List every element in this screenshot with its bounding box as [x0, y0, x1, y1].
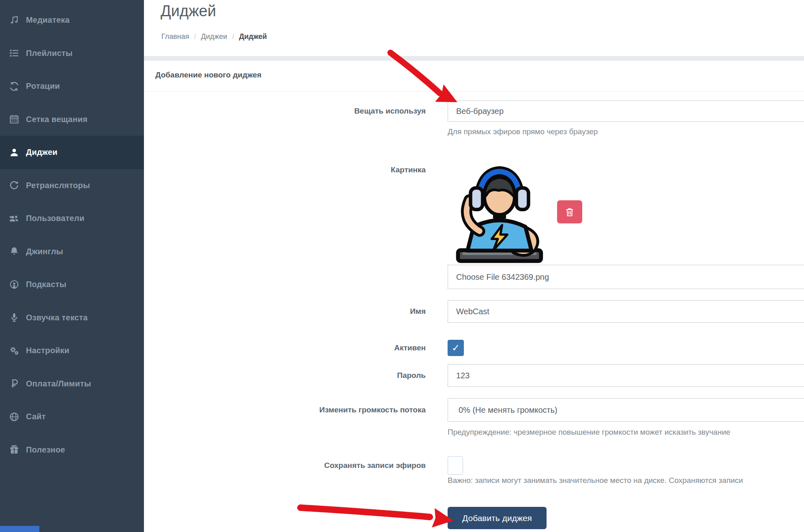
- sidebar-item-label: Сайт: [26, 412, 46, 421]
- sidebar-item-settings[interactable]: Настройки: [0, 334, 144, 367]
- card-title: Добавление нового диджея: [155, 71, 262, 79]
- page-background-strip: [144, 56, 804, 61]
- relay-icon: [9, 180, 19, 191]
- microphone-icon: [9, 312, 19, 323]
- sidebar-item-users[interactable]: Пользователи: [0, 202, 144, 235]
- broadcast-using-select[interactable]: Веб-браузер: [448, 101, 804, 122]
- breadcrumb-current: Диджей: [239, 32, 267, 41]
- volume-help: Предупреждение: чрезмерное повышение гро…: [448, 427, 804, 437]
- password-label: Пароль: [243, 364, 426, 387]
- podcast-icon: [9, 279, 19, 290]
- picture-file-input[interactable]: Choose File 6342369.png: [448, 265, 804, 289]
- password-value: 123: [456, 371, 470, 380]
- sidebar-item-label: Полезное: [26, 445, 65, 455]
- sidebar-item-mediateka[interactable]: Медиатека: [0, 4, 144, 37]
- sidebar-item-jingles[interactable]: Джинглы: [0, 235, 144, 268]
- sidebar-item-label: Оплата/Лимиты: [26, 379, 91, 388]
- sidebar-item-djs[interactable]: Диджеи: [0, 136, 144, 169]
- sidebar-item-label: Пользователи: [26, 214, 84, 223]
- ruble-icon: [9, 378, 19, 389]
- sidebar-item-site[interactable]: Сайт: [0, 400, 144, 433]
- breadcrumb-home-link[interactable]: Главная: [161, 32, 189, 41]
- sidebar-item-playlists[interactable]: Плейлисты: [0, 37, 144, 70]
- delete-picture-button[interactable]: [557, 200, 582, 223]
- active-label: Активен: [243, 340, 426, 356]
- sidebar-item-label: Озвучка текста: [26, 313, 88, 322]
- broadcast-using-help: Для прямых эфиров прямо через браузер: [448, 127, 804, 137]
- name-input[interactable]: WebCast: [448, 300, 804, 323]
- sidebar-item-rotations[interactable]: Ротации: [0, 70, 144, 103]
- sidebar: Медиатека Плейлисты Ротации Сетка вещани…: [0, 0, 144, 532]
- volume-value: 0% (Не менять громкость): [459, 405, 557, 415]
- picture-label: Картинка: [243, 165, 426, 175]
- name-value: WebCast: [456, 307, 489, 316]
- save-records-checkbox[interactable]: [448, 456, 463, 475]
- app-window: Медиатека Плейлисты Ротации Сетка вещани…: [0, 0, 804, 532]
- dj-user-icon: [9, 147, 19, 158]
- checkmark-icon: ✓: [452, 342, 460, 354]
- volume-label: Изменить громкость потока: [243, 398, 426, 422]
- sidebar-item-label: Сетка вещания: [26, 115, 88, 124]
- breadcrumb: Главная/Диджеи/Диджей: [161, 32, 267, 41]
- breadcrumb-separator: /: [194, 32, 196, 41]
- gift-icon: [9, 444, 19, 455]
- sidebar-item-label: Ротации: [26, 82, 60, 91]
- calendar-icon: [9, 114, 19, 124]
- password-input[interactable]: 123: [448, 364, 804, 387]
- sidebar-item-payment-limits[interactable]: Оплата/Лимиты: [0, 367, 144, 401]
- dj-avatar-image: [448, 159, 551, 263]
- trash-icon: [564, 207, 575, 217]
- name-label: Имя: [243, 300, 426, 323]
- breadcrumb-djs-link[interactable]: Диджеи: [201, 32, 227, 41]
- sidebar-item-text-to-speech[interactable]: Озвучка текста: [0, 301, 144, 335]
- breadcrumb-separator: /: [232, 32, 234, 41]
- save-records-label: Сохранять записи эфиров: [243, 456, 426, 475]
- sidebar-item-label: Джинглы: [26, 247, 63, 256]
- gears-icon: [9, 345, 19, 356]
- globe-icon: [9, 412, 19, 422]
- music-note-icon: [9, 15, 19, 26]
- save-records-help: Важно: записи могут занимать значительно…: [448, 476, 804, 485]
- submit-button[interactable]: Добавить диджея: [448, 507, 547, 529]
- sidebar-item-label: Настройки: [26, 346, 69, 355]
- page-title: Диджей: [161, 2, 216, 20]
- sidebar-item-useful[interactable]: Полезное: [0, 433, 144, 467]
- content-area: Диджей Главная/Диджеи/Диджей Добавление …: [144, 0, 804, 532]
- users-icon: [9, 213, 19, 224]
- bottom-left-blue-box: [0, 526, 39, 532]
- sidebar-item-relays[interactable]: Ретрансляторы: [0, 169, 144, 202]
- broadcast-using-value: Веб-браузер: [456, 107, 504, 116]
- playlist-icon: [9, 48, 19, 58]
- sidebar-item-label: Ретрансляторы: [26, 181, 90, 190]
- broadcast-using-label: Вещать используя: [243, 101, 426, 122]
- sidebar-item-label: Плейлисты: [26, 49, 73, 58]
- sidebar-item-label: Медиатека: [26, 15, 70, 25]
- bell-icon: [9, 246, 19, 257]
- volume-select[interactable]: 0% (Не менять громкость): [448, 398, 804, 422]
- card-header-divider: [144, 91, 804, 92]
- active-checkbox[interactable]: ✓: [448, 340, 464, 356]
- sidebar-item-label: Подкасты: [26, 280, 66, 289]
- sidebar-item-broadcast-grid[interactable]: Сетка вещания: [0, 103, 144, 136]
- rotation-icon: [9, 81, 19, 92]
- sidebar-item-podcasts[interactable]: Подкасты: [0, 268, 144, 301]
- picture-file-value: Choose File 6342369.png: [456, 272, 549, 282]
- sidebar-item-label: Диджеи: [26, 148, 58, 157]
